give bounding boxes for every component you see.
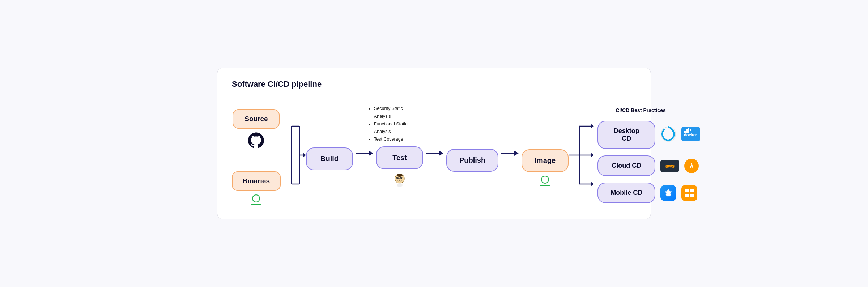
pipeline-wrapper: Source Binaries	[232, 102, 636, 205]
image-box: Image	[522, 149, 569, 172]
diagram-container: Software CI/CD pipeline Source Binaries	[217, 68, 651, 219]
docker-logo: docker	[681, 127, 700, 143]
desktop-cd-row: Desktop CD docker	[597, 121, 700, 149]
svg-marker-22	[591, 153, 594, 157]
binaries-person-indicator	[251, 194, 261, 205]
cloud-cd-row: Cloud CD aws λ	[597, 155, 699, 176]
cloud-cd-box: Cloud CD	[597, 155, 655, 176]
appstore-logo	[660, 185, 676, 201]
svg-rect-28	[685, 189, 689, 192]
svg-point-9	[397, 177, 399, 179]
svg-text:docker: docker	[684, 133, 697, 137]
svg-marker-6	[303, 153, 306, 157]
arrow-build-test	[356, 151, 373, 156]
publish-step: Publish	[446, 124, 498, 186]
ci-logo	[660, 126, 676, 144]
source-binaries-group: Source Binaries	[232, 109, 281, 205]
arrow-test-publish	[426, 151, 443, 156]
test-notes: Security Static Analysis Functional Stat…	[369, 105, 416, 143]
build-step: Build	[306, 126, 353, 185]
image-person-indicator	[540, 176, 550, 186]
best-practices-label: CI/CD Best Practices	[616, 107, 666, 113]
github-icon	[248, 132, 264, 150]
image-step: Image	[522, 125, 569, 186]
page-title: Software CI/CD pipeline	[232, 80, 636, 89]
svg-marker-20	[591, 124, 594, 128]
binaries-box: Binaries	[232, 171, 281, 191]
test-box: Test	[376, 146, 423, 169]
arrow-publish-image	[501, 151, 519, 156]
svg-rect-30	[685, 194, 689, 197]
build-box: Build	[306, 147, 353, 170]
svg-marker-24	[591, 182, 594, 186]
left-bracket-connector	[281, 115, 306, 195]
test-step: Security Static Analysis Functional Stat…	[376, 122, 423, 189]
svg-point-10	[401, 177, 402, 179]
desktop-cd-box: Desktop CD	[597, 121, 655, 149]
lambda-logo: λ	[684, 159, 699, 173]
jenkins-icon	[392, 173, 407, 189]
grid-logo	[681, 185, 697, 201]
publish-box: Publish	[446, 149, 498, 172]
source-box: Source	[233, 109, 280, 129]
aws-logo: aws	[660, 160, 679, 172]
mobile-cd-row: Mobile CD	[597, 183, 697, 203]
svg-rect-29	[690, 189, 694, 192]
svg-point-8	[397, 174, 403, 177]
svg-point-16	[397, 183, 403, 187]
svg-rect-31	[690, 194, 694, 197]
right-branch-connector	[569, 115, 597, 195]
cd-options: CI/CD Best Practices Desktop CD	[597, 107, 700, 203]
mobile-cd-box: Mobile CD	[597, 183, 655, 203]
